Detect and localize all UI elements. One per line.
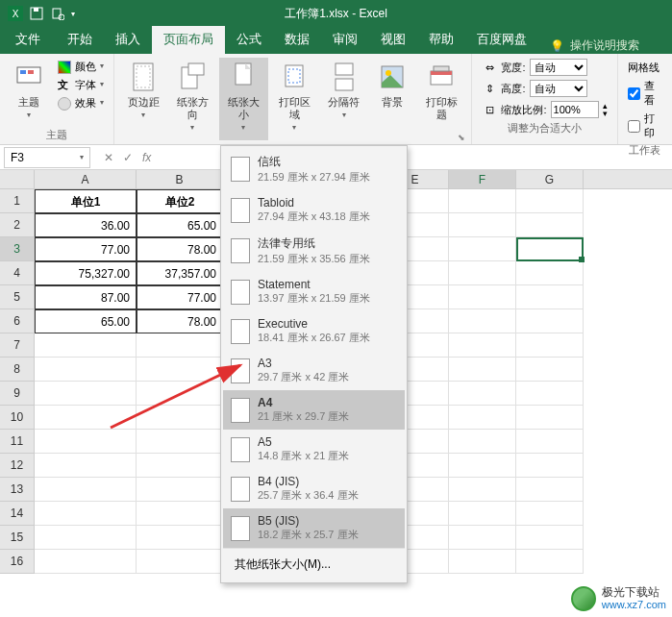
paper-option[interactable]: Tabloid27.94 厘米 x 43.18 厘米: [223, 190, 405, 230]
paper-option[interactable]: B4 (JIS)25.7 厘米 x 36.4 厘米: [223, 469, 405, 508]
orientation-button[interactable]: 纸张方向▾: [168, 58, 217, 140]
cell[interactable]: [137, 382, 223, 406]
cell[interactable]: 77.00: [35, 237, 137, 261]
cell[interactable]: [137, 333, 223, 358]
cell[interactable]: [449, 285, 516, 309]
cell[interactable]: [516, 309, 584, 333]
cell[interactable]: 77.00: [137, 285, 223, 309]
cell[interactable]: [516, 189, 584, 213]
cell[interactable]: [449, 213, 516, 237]
tab-formulas[interactable]: 公式: [225, 26, 273, 54]
cell[interactable]: [449, 478, 516, 502]
row-head[interactable]: 5: [0, 285, 35, 309]
cell[interactable]: [449, 358, 516, 382]
enter-icon[interactable]: ✓: [123, 151, 133, 164]
cell[interactable]: [449, 382, 516, 406]
row-head[interactable]: 8: [0, 358, 35, 382]
paper-option[interactable]: A421 厘米 x 29.7 厘米: [223, 390, 405, 430]
paper-option[interactable]: Statement13.97 厘米 x 21.59 厘米: [223, 272, 405, 311]
name-box[interactable]: F3▾: [4, 147, 90, 168]
tab-home[interactable]: 开始: [56, 26, 104, 54]
paper-option[interactable]: Executive18.41 厘米 x 26.67 厘米: [223, 311, 405, 351]
cell[interactable]: [516, 382, 584, 406]
paper-option[interactable]: A514.8 厘米 x 21 厘米: [223, 430, 405, 469]
tab-review[interactable]: 审阅: [321, 26, 369, 54]
print-titles-button[interactable]: 打印标题: [417, 58, 466, 140]
col-head-A[interactable]: A: [35, 170, 137, 188]
cell[interactable]: [516, 358, 584, 382]
breaks-button[interactable]: 分隔符▾: [321, 58, 367, 140]
cell[interactable]: [137, 502, 223, 526]
select-all-corner[interactable]: [0, 170, 35, 188]
tell-me-search[interactable]: 💡 操作说明搜索: [538, 37, 651, 54]
cell[interactable]: [516, 213, 584, 237]
scale-input[interactable]: [551, 101, 599, 118]
tab-insert[interactable]: 插入: [104, 26, 152, 54]
cell[interactable]: [449, 526, 516, 550]
cell[interactable]: 65.00: [35, 309, 137, 333]
cell[interactable]: [35, 406, 137, 430]
cell[interactable]: 单位1: [35, 189, 137, 213]
colors-button[interactable]: 颜色▾: [54, 58, 108, 76]
cell[interactable]: 75,327.00: [35, 261, 137, 285]
row-head[interactable]: 9: [0, 382, 35, 406]
themes-button[interactable]: 主题▾: [6, 58, 52, 126]
cell[interactable]: [516, 526, 584, 550]
row-head[interactable]: 10: [0, 406, 35, 430]
cell[interactable]: [137, 406, 223, 430]
cell[interactable]: [35, 358, 137, 382]
cell[interactable]: 87.00: [35, 285, 137, 309]
col-head-G[interactable]: G: [516, 170, 584, 188]
row-head[interactable]: 3: [0, 237, 35, 261]
row-head[interactable]: 13: [0, 478, 35, 502]
paper-option[interactable]: 信纸21.59 厘米 x 27.94 厘米: [223, 148, 405, 190]
cell[interactable]: [449, 261, 516, 285]
cell[interactable]: [449, 550, 516, 574]
gridlines-print-checkbox[interactable]: [628, 120, 640, 133]
cell[interactable]: [449, 502, 516, 526]
row-head[interactable]: 12: [0, 454, 35, 478]
paper-option[interactable]: 法律专用纸21.59 厘米 x 35.56 厘米: [223, 230, 405, 272]
gridlines-view-checkbox[interactable]: [628, 87, 640, 100]
row-head[interactable]: 6: [0, 309, 35, 333]
cell[interactable]: 37,357.00: [137, 261, 223, 285]
cell[interactable]: [516, 285, 584, 309]
background-button[interactable]: 背景: [369, 58, 415, 140]
cell[interactable]: 单位2: [137, 189, 223, 213]
cell[interactable]: [449, 406, 516, 430]
width-select[interactable]: 自动: [530, 59, 587, 76]
cell[interactable]: [516, 502, 584, 526]
cell[interactable]: [449, 430, 516, 454]
cell[interactable]: [449, 189, 516, 213]
cell[interactable]: [449, 454, 516, 478]
row-head[interactable]: 1: [0, 189, 35, 213]
cell[interactable]: [516, 333, 584, 358]
row-head[interactable]: 11: [0, 430, 35, 454]
cell[interactable]: [35, 454, 137, 478]
save-icon[interactable]: [29, 6, 44, 21]
cancel-icon[interactable]: ✕: [104, 151, 113, 164]
fx-icon[interactable]: fx: [142, 151, 151, 164]
effects-button[interactable]: 效果▾: [54, 94, 108, 112]
cell[interactable]: [449, 237, 516, 261]
tab-data[interactable]: 数据: [273, 26, 321, 54]
cell[interactable]: [516, 478, 584, 502]
cell[interactable]: [516, 406, 584, 430]
more-paper-sizes[interactable]: 其他纸张大小(M)...: [223, 548, 405, 580]
cell[interactable]: [35, 333, 137, 358]
cell[interactable]: [35, 550, 137, 574]
margins-button[interactable]: 页边距▾: [120, 58, 166, 140]
tab-page-layout[interactable]: 页面布局: [152, 26, 225, 54]
qat-dropdown[interactable]: ▾: [71, 10, 75, 18]
row-head[interactable]: 4: [0, 261, 35, 285]
row-head[interactable]: 7: [0, 333, 35, 358]
cell[interactable]: [35, 502, 137, 526]
cell[interactable]: [35, 430, 137, 454]
cell[interactable]: [35, 478, 137, 502]
cell[interactable]: 78.00: [137, 309, 223, 333]
cell[interactable]: [137, 358, 223, 382]
cell[interactable]: [516, 454, 584, 478]
tab-view[interactable]: 视图: [369, 26, 417, 54]
row-head[interactable]: 15: [0, 526, 35, 550]
tab-file[interactable]: 文件: [0, 26, 56, 54]
